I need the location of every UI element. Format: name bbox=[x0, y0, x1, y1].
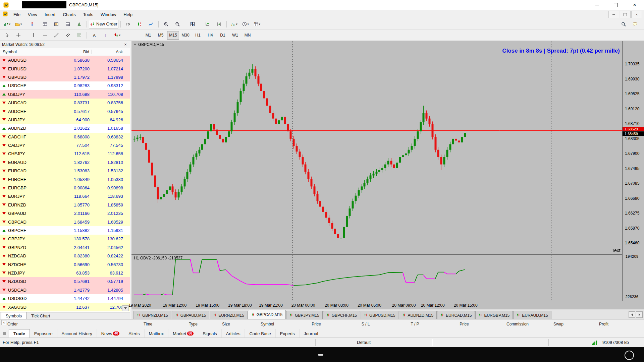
menu-window[interactable]: Window bbox=[97, 11, 120, 18]
chart-shift-button[interactable] bbox=[214, 20, 224, 28]
terminal-column-price[interactable]: Price bbox=[460, 322, 469, 326]
market-watch-row-chfjpy[interactable]: CHFJPY112.615112.658 bbox=[0, 149, 130, 158]
menu-help[interactable]: Help bbox=[120, 11, 136, 18]
new-chart-button[interactable]: ▾ bbox=[2, 20, 12, 28]
tile-windows-button[interactable] bbox=[187, 20, 198, 28]
zoom-in-button[interactable] bbox=[161, 20, 171, 28]
market-watch-row-eurusd[interactable]: EURUSD1.072001.07214 bbox=[0, 64, 130, 73]
terminal-column-order[interactable]: Order bbox=[7, 322, 18, 326]
arrows-button[interactable]: ▾ bbox=[112, 31, 122, 40]
chart-tab-gbpchf-m15[interactable]: GBPCHF,M15 bbox=[323, 311, 360, 319]
timeframe-w1[interactable]: W1 bbox=[229, 31, 241, 40]
market-watch-row-usdsgd[interactable]: USDSGD1.447421.44794 bbox=[0, 294, 130, 303]
window-maximize-button[interactable] bbox=[606, 0, 625, 10]
chart-tab-eurgbp-m15[interactable]: EURGBP,M15 bbox=[475, 311, 513, 319]
terminal-column-type[interactable]: Type bbox=[189, 322, 198, 326]
cursor-button[interactable] bbox=[2, 31, 12, 40]
market-watch-row-gbpchf[interactable]: GBPCHF1.158821.15931 bbox=[0, 226, 130, 235]
fibonacci-retracement-button[interactable] bbox=[74, 31, 85, 40]
terminal-tab-code-base[interactable]: Code Base bbox=[245, 329, 275, 338]
data-window-button[interactable] bbox=[40, 20, 50, 28]
tabs-scroll-right-button[interactable] bbox=[636, 311, 643, 318]
market-watch-row-audchf[interactable]: AUDCHF0.576170.57645 bbox=[0, 107, 130, 115]
timeframe-m5[interactable]: M5 bbox=[155, 31, 167, 40]
terminal-tab-alerts[interactable]: Alerts bbox=[124, 329, 144, 338]
time-axis[interactable]: 19 Mar 202019 Mar 12:0019 Mar 15:0019 Ma… bbox=[131, 301, 644, 309]
equidistant-channel-button[interactable] bbox=[62, 31, 73, 40]
column-symbol[interactable]: Symbol bbox=[0, 50, 58, 54]
chart-tab-gbpnzd-m15[interactable]: GBPNZD,M15 bbox=[133, 311, 171, 319]
chart-tab-eurnzd-m15[interactable]: EURNZD,M15 bbox=[210, 311, 248, 319]
market-watch-row-gbpcad[interactable]: GBPCAD1.684591.68529 bbox=[0, 218, 130, 226]
templates-button[interactable]: ▾ bbox=[252, 20, 262, 28]
market-watch-row-cadchf[interactable]: CADCHF0.688080.68832 bbox=[0, 133, 130, 141]
terminal-column-symbol[interactable]: Symbol bbox=[261, 322, 274, 326]
market-watch-row-eurnzd[interactable]: EURNZD1.857701.85859 bbox=[0, 201, 130, 209]
market-watch-row-usdchf[interactable]: USDCHF0.982830.98312 bbox=[0, 81, 130, 90]
timeframe-m30[interactable]: M30 bbox=[179, 31, 192, 40]
bars-chart-button[interactable] bbox=[123, 20, 133, 28]
column-bid[interactable]: Bid bbox=[58, 50, 92, 54]
indicators-button[interactable]: fx▾ bbox=[229, 20, 239, 28]
chart-tab-gbpusd-m15[interactable]: GBPUSD,M15 bbox=[361, 311, 398, 319]
terminal-button[interactable] bbox=[62, 20, 73, 28]
market-watch-row-eurjpy[interactable]: EURJPY118.664118.693 bbox=[0, 192, 130, 200]
market-watch-row-cadjpy[interactable]: CADJPY77.50477.545 bbox=[0, 141, 130, 149]
text-button[interactable]: A bbox=[89, 31, 100, 40]
one-click-trading-toggle[interactable]: ▼ bbox=[133, 43, 137, 46]
vertical-line-button[interactable] bbox=[28, 31, 39, 40]
menu-charts[interactable]: Charts bbox=[59, 11, 79, 18]
terminal-tab-account-history[interactable]: Account History bbox=[57, 329, 97, 338]
chart-close-button[interactable]: × bbox=[631, 11, 642, 18]
window-minimize-button[interactable] bbox=[588, 0, 606, 10]
market-watch-row-xagusd[interactable]: XAGUSD12.63712.700 bbox=[0, 303, 130, 311]
column-ask[interactable]: Ask bbox=[92, 50, 125, 54]
new-order-button[interactable]: New Order bbox=[89, 20, 118, 28]
price-axis[interactable]: 1.68529 1.68459 1.703351.699301.695251.6… bbox=[622, 41, 644, 301]
profiles-button[interactable]: ▾ bbox=[13, 20, 24, 28]
market-watch-button[interactable] bbox=[28, 20, 39, 28]
terminal-column-swap[interactable]: Swap bbox=[553, 322, 564, 326]
market-watch-row-gbpnzd[interactable]: GBPNZD2.044412.04562 bbox=[0, 243, 130, 252]
status-profile[interactable]: Default bbox=[357, 340, 371, 345]
terminal-tab-journal[interactable]: Journal bbox=[300, 329, 323, 338]
terminal-column-size[interactable]: Size bbox=[222, 322, 230, 326]
terminal-column-profit[interactable]: Profit bbox=[599, 322, 608, 326]
chart-tab-eurcad-m15[interactable]: EURCAD,M15 bbox=[437, 311, 475, 319]
zoom-out-button[interactable] bbox=[172, 20, 183, 28]
terminal-tab-news[interactable]: News40 bbox=[97, 329, 124, 338]
chart-tab-gbpjpy-m15[interactable]: GBPJPY,M15 bbox=[286, 311, 322, 319]
terminal-tab-experts[interactable]: Experts bbox=[276, 329, 300, 338]
terminal-column-commission[interactable]: Commission bbox=[506, 322, 529, 326]
chart-tab-euraud-m15[interactable]: EURAUD,M15 bbox=[513, 311, 551, 319]
market-watch-row-eurchf[interactable]: EURCHF1.053491.05380 bbox=[0, 175, 130, 183]
market-watch-row-eurgbp[interactable]: EURGBP0.908640.90898 bbox=[0, 184, 130, 192]
market-watch-row-eurcad[interactable]: EURCAD1.530831.53132 bbox=[0, 167, 130, 175]
timeframe-m1[interactable]: M1 bbox=[142, 31, 154, 40]
menu-insert[interactable]: Insert bbox=[41, 11, 59, 18]
timeframe-h1[interactable]: H1 bbox=[192, 31, 204, 40]
chart-text-object[interactable]: Text bbox=[612, 248, 621, 253]
strategy-tester-button[interactable] bbox=[74, 20, 85, 28]
market-watch-row-gbpusd[interactable]: GBPUSD1.179721.17998 bbox=[0, 73, 130, 81]
market-watch-row-usdjpy[interactable]: USDJPY110.688110.708 bbox=[0, 90, 130, 99]
crosshair-button[interactable] bbox=[13, 31, 24, 40]
market-watch-row-audjpy[interactable]: AUDJPY64.90064.926 bbox=[0, 116, 130, 124]
chart-minimize-button[interactable] bbox=[608, 11, 619, 18]
candlestick-chart-button[interactable] bbox=[134, 20, 145, 28]
menu-view[interactable]: View bbox=[24, 11, 41, 18]
scroll-down-button[interactable] bbox=[122, 305, 129, 311]
market-watch-row-euraud[interactable]: EURAUD1.827621.82810 bbox=[0, 158, 130, 167]
terminal-column-time[interactable]: Time bbox=[144, 322, 152, 326]
market-watch-row-audusd[interactable]: AUDUSD0.586380.58654 bbox=[0, 56, 130, 64]
terminal-tab-trade[interactable]: Trade bbox=[9, 329, 30, 338]
terminal-column-tp[interactable]: T / P bbox=[411, 322, 419, 326]
chart-tab-gbpcad-m15[interactable]: GBPCAD,M15 bbox=[248, 310, 286, 319]
terminal-column-sl[interactable]: S / L bbox=[362, 322, 370, 326]
timeframe-m15[interactable]: M15 bbox=[167, 31, 179, 40]
auto-scroll-button[interactable] bbox=[202, 20, 213, 28]
price-chart[interactable] bbox=[131, 41, 622, 301]
market-watch-row-nzdcad[interactable]: NZDCAD0.823800.82422 bbox=[0, 252, 130, 260]
text-label-button[interactable]: T bbox=[100, 31, 111, 40]
window-close-button[interactable]: × bbox=[625, 0, 644, 10]
